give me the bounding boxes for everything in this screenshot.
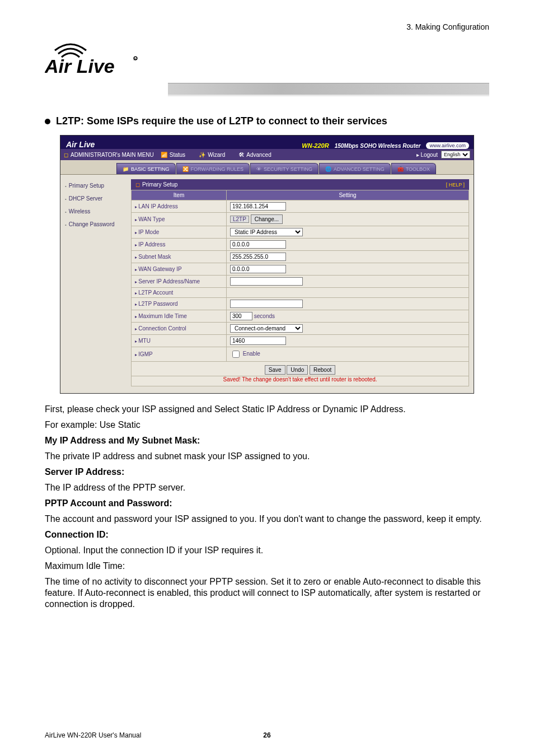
tab-fwd-label: FORWARDING RULES	[191, 166, 244, 172]
nav-square-icon: ◻	[64, 152, 68, 158]
row-ip-address-label: IP Address	[132, 239, 227, 251]
settings-tab-bar: 📁BASIC SETTING 🔀FORWARDING RULES 👁SECURI…	[60, 160, 474, 175]
connection-control-select[interactable]: Connect-on-demand	[230, 324, 303, 333]
col-setting: Setting	[227, 190, 469, 200]
tab-advanced-setting[interactable]: 🌐ADVANCED SETTING	[319, 163, 391, 174]
tab-forwarding-rules[interactable]: 🔀FORWARDING RULES	[176, 163, 250, 174]
sidebar-item-change-password[interactable]: Change Password	[60, 218, 128, 231]
row-server-ip-label: Server IP Address/Name	[132, 276, 227, 288]
tab-toolbox[interactable]: 🧰TOOLBOX	[391, 163, 436, 174]
sidebar-item-wireless[interactable]: Wireless	[60, 205, 128, 218]
paragraph: The private IP address and subnet mask y…	[45, 451, 489, 462]
url-pill: www.airlive.com	[426, 142, 469, 149]
sidebar-item-dhcp-server[interactable]: DHCP Server	[60, 192, 128, 205]
router-top-bar: Air Live WN-220R 150Mbps SOHO Wireless R…	[60, 136, 474, 149]
ip-address-input[interactable]	[230, 240, 286, 249]
tab-basic-label: BASIC SETTING	[131, 166, 170, 172]
svg-text:R: R	[134, 58, 137, 61]
saved-note: Saved! The change doesn't take effect un…	[131, 376, 469, 386]
bullet-heading: L2TP: Some ISPs require the use of L2TP …	[45, 115, 489, 127]
row-max-idle-label: Maximum Idle Time	[132, 310, 227, 323]
router-brand: Air Live	[66, 140, 95, 149]
bullet-dot-icon	[45, 119, 50, 124]
wizard-text: Wizard	[208, 152, 225, 158]
igmp-enable-label: Enable	[243, 351, 260, 357]
footer-text: AirLive WN-220R User's Manual	[45, 731, 141, 739]
paragraph: The time of no activity to disconnect yo…	[45, 576, 489, 610]
mtu-input[interactable]	[230, 337, 286, 345]
sidebar: Primary Setup DHCP Server Wireless Chang…	[60, 175, 128, 393]
panel-header: ◻ Primary Setup [ HELP ]	[131, 179, 469, 190]
globe-icon: 🌐	[325, 166, 331, 172]
tab-tool-label: TOOLBOX	[406, 166, 430, 172]
subnet-mask-input[interactable]	[230, 253, 286, 261]
server-ip-input[interactable]	[230, 277, 303, 286]
wan-gateway-input[interactable]	[230, 265, 286, 273]
router-ui-screenshot: Air Live WN-220R 150Mbps SOHO Wireless R…	[60, 135, 474, 394]
tab-adv-label: ADVANCED SETTING	[334, 166, 385, 172]
paragraph: Maximum Idle Time:	[45, 561, 489, 572]
bullet-title-text: L2TP: Some ISPs require the use of L2TP …	[56, 115, 387, 127]
row-lan-ip-label: LAN IP Address	[132, 200, 227, 213]
page-number: 26	[263, 731, 270, 739]
product-subtitle: 150Mbps SOHO Wireless Router	[335, 143, 421, 149]
row-igmp-label: IGMP	[132, 347, 227, 362]
wizard-icon: ✨	[199, 152, 205, 158]
logout-link[interactable]: ▸ Logout	[416, 152, 438, 158]
subheading: My IP Address and My Subnet Mask:	[45, 435, 489, 446]
subheading: PPTP Account and Password:	[45, 498, 489, 509]
toolbox-icon: 🧰	[397, 166, 404, 172]
status-text: Status	[170, 152, 185, 158]
advanced-icon: 🛠	[238, 152, 244, 158]
row-subnet-mask-label: Subnet Mask	[132, 251, 227, 263]
paragraph: For example: Use Static	[45, 419, 489, 431]
language-select[interactable]: English	[441, 151, 470, 158]
row-wan-type-label: WAN Type	[132, 213, 227, 226]
help-link[interactable]: [ HELP ]	[446, 182, 465, 188]
row-wan-gw-label: WAN Gateway IP	[132, 263, 227, 276]
change-button[interactable]: Change...	[251, 214, 283, 224]
tab-sec-label: SECURITY SETTING	[264, 166, 312, 172]
paragraph: The account and password your ISP assign…	[45, 514, 489, 525]
svg-text:Air Live: Air Live	[45, 55, 115, 77]
igmp-enable-checkbox[interactable]	[232, 351, 240, 358]
reboot-button[interactable]: Reboot	[310, 365, 335, 375]
undo-button[interactable]: Undo	[287, 365, 308, 375]
eye-icon: 👁	[256, 166, 261, 172]
tab-security-setting[interactable]: 👁SECURITY SETTING	[250, 163, 318, 174]
save-button[interactable]: Save	[265, 365, 285, 375]
brand-logo: Air Live R	[45, 35, 489, 83]
panel-square-icon: ◻	[135, 181, 140, 188]
tab-basic-setting[interactable]: 📁BASIC SETTING	[116, 163, 176, 174]
wizard-link[interactable]: ✨ Wizard	[199, 152, 225, 158]
panel-title: Primary Setup	[142, 181, 177, 188]
lan-ip-input[interactable]	[230, 202, 286, 211]
page-footer: AirLive WN-220R User's Manual 26	[45, 731, 489, 739]
row-l2tp-account-label: L2TP Account	[132, 288, 227, 298]
row-conn-ctrl-label: Connection Control	[132, 323, 227, 335]
row-mtu-label: MTU	[132, 335, 227, 347]
subheading: Connection ID:	[45, 529, 489, 540]
paragraph: The IP address of the PPTP server.	[45, 482, 489, 493]
settings-table: Item Setting LAN IP Address WAN Type L2T…	[131, 190, 469, 362]
subheading: Server IP Address:	[45, 466, 489, 478]
share-icon: 🔀	[182, 166, 189, 172]
sidebar-item-primary-setup[interactable]: Primary Setup	[60, 179, 128, 192]
product-name: WN-220R	[302, 142, 329, 149]
decorative-band	[168, 83, 489, 95]
action-row: Save Undo Reboot	[131, 362, 469, 376]
col-item: Item	[132, 190, 227, 200]
advanced-link[interactable]: 🛠 Advanced	[238, 152, 271, 158]
admin-menu-label: ADMINISTRATOR's MAIN MENU	[71, 152, 154, 158]
max-idle-unit: seconds	[254, 313, 275, 319]
advanced-text: Advanced	[246, 152, 271, 158]
ip-mode-select[interactable]: Static IP Address	[230, 228, 303, 236]
status-link[interactable]: 📶 Status	[161, 152, 185, 158]
l2tp-password-input[interactable]	[230, 300, 303, 308]
paragraph: Optional. Input the connection ID if you…	[45, 545, 489, 556]
status-icon: 📶	[161, 152, 167, 158]
row-ip-mode-label: IP Mode	[132, 226, 227, 239]
paragraph: First, please check your ISP assigned an…	[45, 404, 489, 415]
max-idle-input[interactable]	[230, 312, 252, 320]
router-nav-bar: ◻ ADMINISTRATOR's MAIN MENU 📶 Status ✨ W…	[60, 149, 474, 160]
